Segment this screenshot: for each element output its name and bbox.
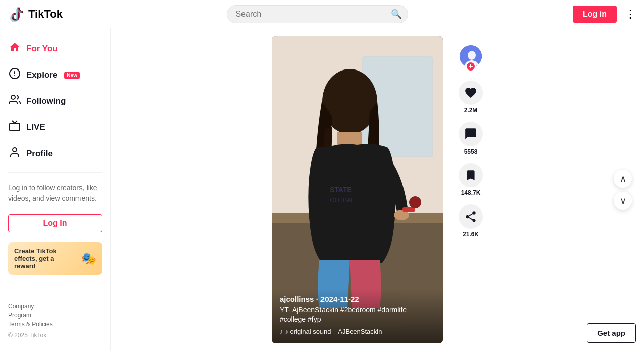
profile-icon — [8, 146, 21, 161]
svg-rect-2 — [10, 123, 20, 131]
home-icon — [8, 41, 21, 56]
scroll-down-arrow[interactable]: ∨ — [614, 192, 632, 210]
comment-button[interactable]: 5558 — [459, 122, 483, 155]
svg-point-1 — [11, 95, 15, 99]
for-you-label: For You — [26, 44, 58, 54]
svg-point-3 — [13, 148, 17, 152]
login-button[interactable]: Log in — [573, 6, 617, 23]
bookmark-button[interactable]: 148.7K — [459, 163, 483, 196]
like-button[interactable]: 2.2M — [459, 81, 483, 114]
follow-plus-icon[interactable]: + — [466, 61, 476, 72]
more-options-icon[interactable]: ⋮ — [625, 8, 636, 21]
search-icon: 🔍 — [391, 9, 402, 20]
terms-link[interactable]: Terms & Policies — [8, 321, 102, 328]
video-actions: + 2.2M 5558 — [459, 36, 483, 238]
live-label: LIVE — [26, 122, 45, 132]
sidebar-item-profile[interactable]: Profile — [0, 141, 110, 166]
explore-new-badge: New — [64, 72, 80, 79]
get-app-button[interactable]: Get app — [587, 323, 636, 343]
sidebar-nav: For You Explore New Following LIVE — [0, 36, 110, 166]
logo-text: TikTok — [28, 8, 63, 21]
video-sound: ♪ ♪ original sound – AJBeenStackin — [280, 328, 435, 335]
logo[interactable]: TikTok — [8, 6, 63, 22]
effects-emoji: 🎭 — [81, 252, 96, 266]
video-container[interactable]: STATE FOOTBALL — [272, 36, 443, 343]
like-count: 2.2M — [464, 107, 478, 114]
comment-count: 5558 — [464, 148, 478, 155]
sidebar-item-explore[interactable]: Explore New — [0, 62, 110, 88]
video-caption: YT- AjBeenStackin #2bedroom #dormlife #c… — [280, 305, 435, 325]
effects-banner[interactable]: Create TikTok effects, get a reward 🎭 — [8, 242, 102, 275]
share-button[interactable]: 21.6K — [459, 204, 483, 238]
like-icon — [459, 81, 483, 105]
sidebar-login-button[interactable]: Log In — [8, 214, 102, 232]
music-note-icon: ♪ — [280, 328, 283, 335]
comment-icon — [459, 122, 483, 146]
bookmark-count: 148.7K — [461, 189, 481, 196]
sidebar-item-for-you[interactable]: For You — [0, 36, 110, 61]
sound-text: ♪ original sound – AJBeenStackin — [285, 328, 382, 335]
share-icon — [459, 204, 483, 229]
video-overlay: ajcollinss · 2024-11-22 YT- AjBeenStacki… — [272, 289, 443, 343]
svg-point-20 — [468, 51, 476, 60]
scroll-arrows: ∧ ∨ — [614, 170, 632, 210]
live-icon — [8, 120, 21, 135]
main-content: STATE FOOTBALL — [111, 28, 644, 351]
video-author: ajcollinss · 2024-11-22 — [280, 295, 435, 303]
sidebar-item-following[interactable]: Following — [0, 89, 110, 114]
main-layout: For You Explore New Following LIVE — [0, 28, 644, 351]
login-prompt: Log in to follow creators, like videos, … — [0, 179, 110, 210]
video-feed: STATE FOOTBALL — [272, 36, 483, 343]
following-label: Following — [26, 96, 66, 106]
svg-text:FOOTBALL: FOOTBALL — [326, 197, 358, 204]
bookmark-icon — [459, 163, 483, 187]
program-link[interactable]: Program — [8, 312, 102, 319]
creator-avatar[interactable]: + — [459, 44, 483, 68]
explore-label: Explore — [26, 70, 57, 80]
search-input[interactable] — [227, 5, 408, 23]
svg-point-18 — [409, 196, 421, 208]
sidebar-divider — [8, 172, 102, 173]
share-count: 21.6K — [463, 231, 479, 238]
copyright: © 2025 TikTok — [8, 332, 102, 339]
sidebar: For You Explore New Following LIVE — [0, 28, 111, 351]
following-icon — [8, 94, 21, 109]
sidebar-footer: Company Program Terms & Policies © 2025 … — [0, 295, 110, 343]
tiktok-logo-icon — [8, 6, 24, 22]
profile-label: Profile — [26, 149, 53, 159]
effects-banner-text: Create TikTok effects, get a reward — [14, 247, 77, 270]
scroll-up-arrow[interactable]: ∧ — [614, 170, 632, 188]
explore-icon — [8, 67, 21, 83]
header-right: Log in ⋮ — [573, 6, 636, 23]
sidebar-item-live[interactable]: LIVE — [0, 115, 110, 140]
company-link[interactable]: Company — [8, 303, 102, 310]
header: TikTok 🔍 Log in ⋮ — [0, 0, 644, 28]
svg-text:STATE: STATE — [330, 186, 352, 194]
search-area: 🔍 — [227, 5, 408, 23]
